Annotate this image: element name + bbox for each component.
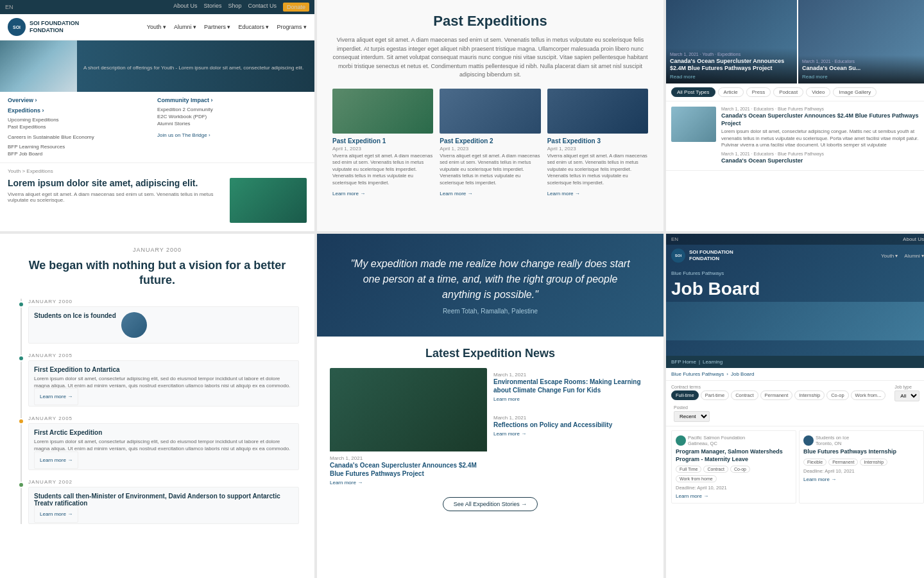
- contract-terms-filter: Contract terms Full-time Part-time Contr…: [671, 385, 886, 401]
- job-board-about-link[interactable]: About Us: [903, 236, 924, 242]
- expedition-card-body-3: Viverra aliquet eget sit amet. A diam ma…: [547, 153, 648, 187]
- join-bridge-link[interactable]: Join us on The Bridge ›: [157, 132, 307, 138]
- timeline-event-link-4[interactable]: Learn more →: [34, 505, 78, 523]
- job-card-list: Pacific Salmon Foundation Gatineau, QC P…: [666, 426, 924, 507]
- filter-video[interactable]: Video: [806, 87, 830, 97]
- job-board-breadcrumb: Blue Futures Pathways › Job Board: [666, 368, 924, 381]
- community-impact-link[interactable]: Community Impact ›: [157, 97, 307, 103]
- job-board-logo-row: SOI SOI FOUNDATIONFONDATION Youth ▾ Alum…: [666, 245, 924, 267]
- expedition-card-title-3: Past Expedition 3: [547, 137, 648, 144]
- top-card-title-1: Canada's Ocean Supercluster Announces $2…: [670, 58, 793, 72]
- filter-internship[interactable]: Internship: [794, 390, 825, 400]
- job-org-name-2: Students on Ice: [816, 435, 849, 441]
- filter-work-from[interactable]: Work from...: [851, 390, 886, 400]
- job-board-nav-alumni[interactable]: Alumni ▾: [904, 253, 924, 259]
- expedition-card-link-1[interactable]: Learn more →: [332, 191, 365, 197]
- timeline-event-link-2[interactable]: Learn more →: [34, 388, 78, 405]
- filter-all[interactable]: All Post Types: [671, 87, 715, 97]
- news-card-right-1: March 1, 2021 Environmental Escape Rooms…: [493, 368, 651, 406]
- job-board-lang[interactable]: EN: [671, 236, 678, 242]
- job-org-location-2: Toronto, ON: [816, 441, 849, 446]
- news-grid: March 1, 2021 Canada's Ocean Supercluste…: [330, 368, 651, 489]
- content-text: Lorem ipsum dolor site amet, adipiscing …: [8, 178, 223, 223]
- expeditions-link[interactable]: Expeditions ›: [8, 107, 157, 114]
- see-all-button[interactable]: See All Expedition Stories →: [443, 497, 538, 511]
- posted-filter: Posted Recent: [674, 405, 710, 422]
- expedition-cards: Past Expedition 1 April 1, 2023 Viverra …: [332, 89, 648, 198]
- filter-permanent[interactable]: Permanent: [760, 390, 793, 400]
- overview-link[interactable]: Overview ›: [8, 97, 157, 103]
- posted-select[interactable]: Recent: [674, 411, 710, 422]
- language-selector[interactable]: EN: [5, 4, 13, 10]
- job-learn-more-1[interactable]: Learn more →: [676, 493, 792, 499]
- filter-article[interactable]: Article: [718, 87, 744, 97]
- filter-full-time[interactable]: Full-time: [671, 390, 699, 400]
- news-card-title-large: Canada's Ocean Supercluster Announces $2…: [330, 461, 487, 478]
- careers-heading: Careers in Sustainable Blue Economy: [8, 134, 157, 141]
- filter-image-gallery[interactable]: Image Gallery: [833, 87, 877, 97]
- expedition-card-title-2: Past Expedition 2: [440, 137, 540, 144]
- job-tag-internship: Internship: [860, 459, 887, 466]
- timeline-event-content-1: Students on Ice is founded: [28, 306, 299, 344]
- contract-tag-list: Full-time Part-time Contract Permanent I…: [671, 390, 886, 400]
- expedition2-community-link[interactable]: Expedition 2 Community: [157, 106, 307, 113]
- job-board-logo-icon: SOI: [671, 249, 685, 263]
- filter-press[interactable]: Press: [746, 87, 771, 97]
- bfp-learning-link[interactable]: BFP Learning Resources: [8, 143, 157, 150]
- expedition-card-link-2[interactable]: Learn more →: [440, 191, 472, 197]
- news-card-link-right-1[interactable]: Learn more: [493, 396, 651, 402]
- alumni-stories-link[interactable]: Alumni Stories: [157, 120, 307, 127]
- contact-link[interactable]: Contact Us: [248, 3, 277, 12]
- page-content: Youth > Expeditions Lorem ipsum dolor si…: [0, 163, 314, 228]
- shop-link[interactable]: Shop: [228, 3, 241, 12]
- nav-partners[interactable]: Partners ▾: [204, 24, 231, 30]
- nav-programs[interactable]: Programs ▾: [277, 24, 307, 30]
- nav-educators[interactable]: Educators ▾: [238, 24, 269, 30]
- filter-part-time[interactable]: Part-time: [701, 390, 729, 400]
- news-card-link-large[interactable]: Learn more →: [330, 480, 487, 486]
- bfp-home-link[interactable]: BFP Home: [671, 359, 696, 365]
- news-card-link-right-2[interactable]: Learn more →: [493, 431, 651, 437]
- job-org-2: Students on Ice Toronto, ON: [803, 435, 920, 446]
- job-tags-1: Full Time Contract Co-op: [676, 466, 792, 473]
- job-board-title: Job Board: [666, 276, 924, 302]
- timeline-event-content-3: First Arctic Expedition Lorem ipsum dolo…: [28, 423, 299, 469]
- top-card-link-2[interactable]: Read more: [802, 74, 924, 80]
- content-body: Viverra aliquet eget sit amet. A diam ma…: [8, 191, 223, 203]
- job-type-select[interactable]: All: [894, 390, 920, 401]
- news-card-content-large: March 1, 2021 Canada's Ocean Supercluste…: [330, 451, 487, 489]
- about-us-link[interactable]: About Us: [173, 3, 197, 12]
- expedition-card-image-2: [440, 89, 540, 134]
- timeline-event-body-3: Lorem ipsum dolor sit amet, consectetur …: [34, 438, 293, 452]
- past-expeditions-link[interactable]: Past Expeditions: [8, 123, 157, 130]
- filter-contract[interactable]: Contract: [731, 390, 758, 400]
- job-learn-more-2[interactable]: Learn more →: [803, 477, 920, 482]
- past-expeditions-panel: Past Expeditions Viverra aliquet eget si…: [317, 0, 663, 231]
- job-tag-contract: Contract: [703, 466, 728, 473]
- donate-button[interactable]: Donate: [283, 3, 309, 12]
- logo-text: SOI FOUNDATIONFONDATION: [30, 20, 79, 34]
- bfp-job-board-link[interactable]: BFP Job Board: [8, 150, 157, 157]
- job-org-1: Pacific Salmon Foundation Gatineau, QC: [676, 435, 792, 446]
- timeline-event-image-1: [121, 312, 147, 338]
- top-card-link-1[interactable]: Read more: [670, 74, 793, 80]
- posted-label: Posted: [674, 405, 710, 410]
- expedition-card-link-3[interactable]: Learn more →: [547, 191, 580, 197]
- hero-description: A short description of offerings for You…: [83, 65, 304, 71]
- breadcrumb-bfp[interactable]: Blue Futures Pathways: [671, 371, 724, 377]
- upcoming-expeditions-link[interactable]: Upcoming Expeditions: [8, 116, 157, 123]
- e2c-workbook-link[interactable]: E2C Workbook (PDF): [157, 113, 307, 120]
- timeline-dot-1: [18, 301, 24, 308]
- learning-link[interactable]: Learning: [703, 359, 723, 365]
- timeline-event-link-3[interactable]: Learn more →: [34, 451, 78, 469]
- job-board-filters: Contract terms Full-time Part-time Contr…: [666, 381, 924, 426]
- filter-podcast[interactable]: Podcast: [773, 87, 803, 97]
- nav-alumni[interactable]: Alumni ▾: [174, 24, 196, 30]
- news-card-right-2: March 1, 2021 Reflections on Policy and …: [493, 411, 651, 441]
- filter-co-op[interactable]: Co-op: [826, 390, 848, 400]
- job-card-1: Pacific Salmon Foundation Gatineau, QC P…: [671, 430, 796, 504]
- nav-youth[interactable]: Youth ▾: [147, 24, 166, 30]
- news-card-title-right-2: Reflections on Policy and Accessibility: [493, 421, 651, 429]
- job-board-nav-youth[interactable]: Youth ▾: [881, 253, 898, 259]
- stories-link[interactable]: Stories: [203, 3, 221, 12]
